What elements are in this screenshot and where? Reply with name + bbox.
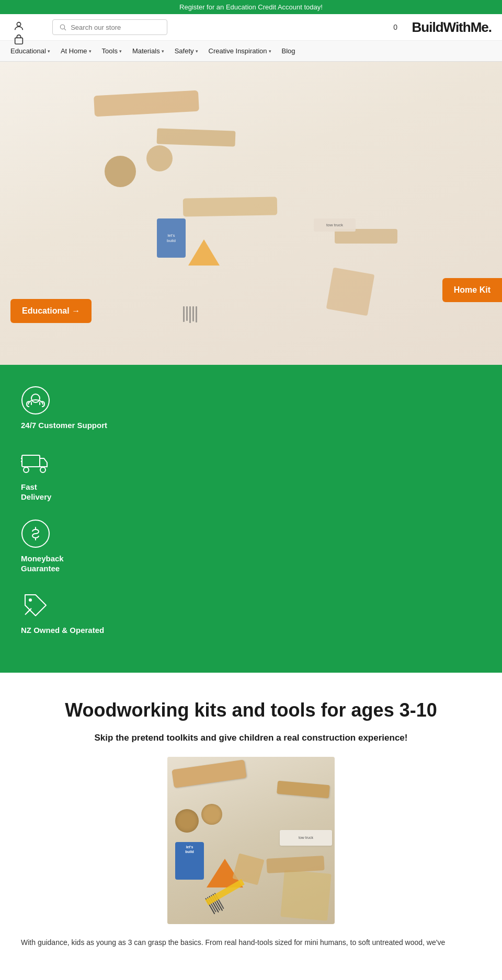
chevron-down-icon: ▾	[48, 49, 50, 54]
main-subtitle: Skip the pretend toolkits and give child…	[16, 732, 486, 744]
product-image: let'sbuild tow truck	[167, 757, 335, 924]
features-section: 24/7 Customer Support FastDelivery Money…	[0, 365, 502, 673]
feature-nz-owned: NZ Owned & Operated	[21, 591, 481, 636]
tag-icon	[21, 591, 50, 620]
chevron-down-icon: ▾	[196, 49, 198, 54]
svg-point-5	[31, 394, 40, 402]
svg-rect-6	[22, 455, 40, 467]
dollar-icon	[21, 519, 50, 548]
nav-item-materials[interactable]: Materials ▾	[127, 41, 169, 61]
search-input[interactable]	[71, 24, 161, 31]
educational-button[interactable]: Educational →	[10, 299, 92, 323]
svg-point-12	[29, 598, 32, 602]
svg-rect-1	[15, 38, 23, 44]
chevron-down-icon: ▾	[269, 49, 271, 54]
bag-icon[interactable]	[13, 34, 25, 45]
main-nav: Educational ▾ At Home ▾ Tools ▾ Material…	[0, 41, 502, 62]
chevron-down-icon: ▾	[89, 49, 92, 54]
nav-item-safety[interactable]: Safety ▾	[169, 41, 203, 61]
user-icons-group	[13, 20, 25, 45]
svg-line-14	[25, 610, 29, 615]
feature-moneyback-title: MoneybackGuarantee	[21, 554, 64, 574]
chevron-down-icon: ▾	[119, 49, 122, 54]
main-title: Woodworking kits and tools for ages 3-10	[16, 699, 486, 721]
banner-text: Register for an Education Credit Account…	[179, 3, 323, 11]
main-content-section: Woodworking kits and tools for ages 3-10…	[0, 673, 502, 964]
header: BuildWithMe. 0	[0, 14, 502, 41]
svg-point-8	[40, 467, 45, 472]
nav-item-at-home[interactable]: At Home ▾	[55, 41, 97, 61]
search-bar[interactable]	[52, 19, 167, 35]
svg-point-0	[17, 22, 20, 26]
feature-fast-delivery: FastDelivery	[21, 447, 481, 502]
main-body-text: With guidance, kids as young as 3 can gr…	[16, 937, 486, 948]
cart-count[interactable]: 0	[393, 23, 397, 31]
feature-fast-delivery-title: FastDelivery	[21, 482, 51, 502]
nav-item-creative-inspiration[interactable]: Creative Inspiration ▾	[203, 41, 277, 61]
feature-customer-support: 24/7 Customer Support	[21, 386, 481, 431]
nav-item-blog[interactable]: Blog	[277, 41, 301, 61]
site-logo[interactable]: BuildWithMe.	[412, 19, 492, 36]
headset-icon	[21, 386, 50, 415]
svg-point-7	[24, 467, 29, 472]
home-kit-button[interactable]: Home Kit	[442, 278, 502, 302]
product-image-placeholder: let'sbuild tow truck	[167, 757, 335, 924]
feature-customer-support-title: 24/7 Customer Support	[21, 420, 107, 431]
nav-item-tools[interactable]: Tools ▾	[97, 41, 127, 61]
svg-point-2	[60, 25, 64, 29]
truck-icon	[21, 447, 50, 477]
account-icon[interactable]	[13, 20, 25, 32]
search-icon	[59, 23, 66, 31]
top-banner: Register for an Education Credit Account…	[0, 0, 502, 14]
feature-nz-owned-title: NZ Owned & Operated	[21, 625, 104, 636]
svg-line-3	[64, 29, 66, 30]
feature-moneyback: MoneybackGuarantee	[21, 519, 481, 574]
chevron-down-icon: ▾	[162, 49, 164, 54]
hero-section: let'sbuild tow truck Educational → Home …	[0, 62, 502, 365]
